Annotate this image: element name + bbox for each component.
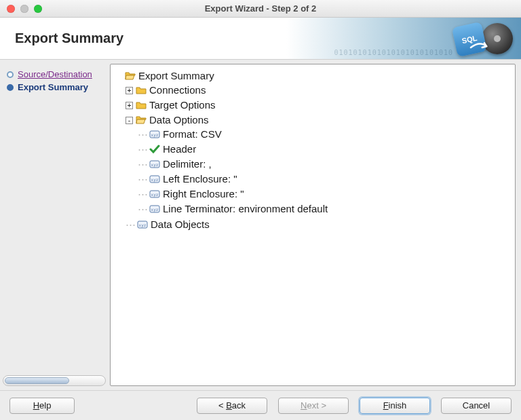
svg-text:xyz: xyz xyxy=(151,207,159,212)
banner-decor-binary: 0101010101010101010101010 xyxy=(334,49,453,56)
tree-node-format[interactable]: ⋯ xyz Format: CSV xyxy=(138,127,512,142)
minimize-window-icon xyxy=(20,5,28,13)
summary-tree-pane[interactable]: Export Summary + Connections xyxy=(110,64,516,386)
finish-button[interactable]: Finish xyxy=(360,398,430,414)
property-icon: xyz xyxy=(149,174,160,185)
banner-decor: SQL xyxy=(455,22,513,56)
wizard-steps-sidebar: Source/Destination Export Summary xyxy=(0,60,110,390)
step-bullet-icon xyxy=(7,71,14,78)
svg-text:xyz: xyz xyxy=(151,177,159,183)
tree-connector-icon: ⋯ xyxy=(138,128,147,141)
tree-node-right-enclosure[interactable]: ⋯ xyz Right Enclosure: " xyxy=(138,187,512,202)
arrow-icon xyxy=(469,41,493,54)
property-icon: xyz xyxy=(149,129,160,140)
tree-node-delimiter[interactable]: ⋯ xyz Delimiter: , xyxy=(138,157,512,172)
back-button[interactable]: < Back xyxy=(197,398,267,414)
expand-toggle[interactable]: + xyxy=(126,102,133,109)
tree-label: Line Terminator: environment default xyxy=(163,202,328,216)
wizard-body: Source/Destination Export Summary Export… xyxy=(0,60,521,390)
wizard-step-link[interactable]: Source/Destination xyxy=(18,69,92,79)
tree-label: Left Enclosure: " xyxy=(163,172,237,186)
help-button[interactable]: Help xyxy=(9,398,75,414)
cancel-button[interactable]: Cancel xyxy=(441,398,512,414)
property-icon: xyz xyxy=(149,159,160,170)
check-icon xyxy=(149,144,160,155)
tree-label: Format: CSV xyxy=(163,128,222,141)
close-window-icon[interactable] xyxy=(7,5,15,13)
tree-node-connections[interactable]: + Connections xyxy=(126,83,512,98)
expand-toggle[interactable]: + xyxy=(126,87,133,94)
tree-connector-icon: ⋯ xyxy=(138,157,147,171)
tree-node-line-terminator[interactable]: ⋯ xyz Line Terminator: environment defau… xyxy=(138,202,512,216)
wizard-button-bar: Help < Back Next > Finish Cancel xyxy=(0,390,521,420)
sidebar-horizontal-scrollbar[interactable] xyxy=(3,375,106,386)
wizard-banner: Export Summary 0101010101010101010101010… xyxy=(0,18,521,60)
folder-icon xyxy=(136,85,147,96)
step-bullet-icon xyxy=(7,84,14,91)
tree-connector-icon: ⋯ xyxy=(138,187,147,201)
next-button[interactable]: Next > xyxy=(278,398,349,414)
window-title: Export Wizard - Step 2 of 2 xyxy=(0,3,521,14)
collapse-toggle[interactable]: - xyxy=(126,117,133,124)
tree-connector-icon: ⋯ xyxy=(138,172,147,186)
tree-node-target-options[interactable]: + Target Options xyxy=(126,98,512,113)
folder-icon xyxy=(136,100,147,111)
tree-node-header[interactable]: ⋯ Header xyxy=(138,142,512,157)
folder-open-icon xyxy=(125,71,136,81)
tree-label: Delimiter: , xyxy=(163,157,212,171)
tree-node-data-options[interactable]: - Data Options ⋯ xyz xyxy=(126,113,512,217)
tree-label: Connections xyxy=(149,83,206,97)
page-title: Export Summary xyxy=(15,31,123,46)
tree-node-data-objects[interactable]: ⋯ xyz Data Objects xyxy=(126,217,512,232)
zoom-window-icon[interactable] xyxy=(34,5,42,13)
svg-text:xyz: xyz xyxy=(151,132,159,138)
property-icon: xyz xyxy=(137,219,148,230)
tree-label: Right Enclosure: " xyxy=(163,187,244,201)
svg-text:xyz: xyz xyxy=(151,192,159,197)
tree-label: Data Options xyxy=(149,113,209,127)
svg-text:xyz: xyz xyxy=(151,162,159,168)
property-icon: xyz xyxy=(149,189,160,199)
tree-node-export-summary[interactable]: Export Summary + Connections xyxy=(113,69,512,233)
window-titlebar: Export Wizard - Step 2 of 2 xyxy=(0,0,521,18)
svg-text:xyz: xyz xyxy=(139,223,147,228)
tree-label: Data Objects xyxy=(151,218,210,231)
wizard-step-label: Export Summary xyxy=(18,82,88,92)
wizard-step-export-summary[interactable]: Export Summary xyxy=(4,81,110,94)
tree-node-left-enclosure[interactable]: ⋯ xyz Left Enclosure: " xyxy=(138,172,512,187)
scrollbar-thumb[interactable] xyxy=(5,377,69,384)
wizard-step-source-destination[interactable]: Source/Destination xyxy=(4,68,110,81)
tree-connector-icon: ⋯ xyxy=(138,202,147,216)
tree-connector-icon: ⋯ xyxy=(126,218,134,231)
folder-open-icon xyxy=(136,115,147,126)
summary-tree: Export Summary + Connections xyxy=(113,69,512,233)
tree-label: Target Options xyxy=(149,98,216,112)
property-icon: xyz xyxy=(149,204,160,214)
window-controls xyxy=(0,5,42,13)
tree-label: Header xyxy=(163,142,196,156)
tree-connector-icon: ⋯ xyxy=(138,142,147,156)
tree-label: Export Summary xyxy=(138,69,214,83)
